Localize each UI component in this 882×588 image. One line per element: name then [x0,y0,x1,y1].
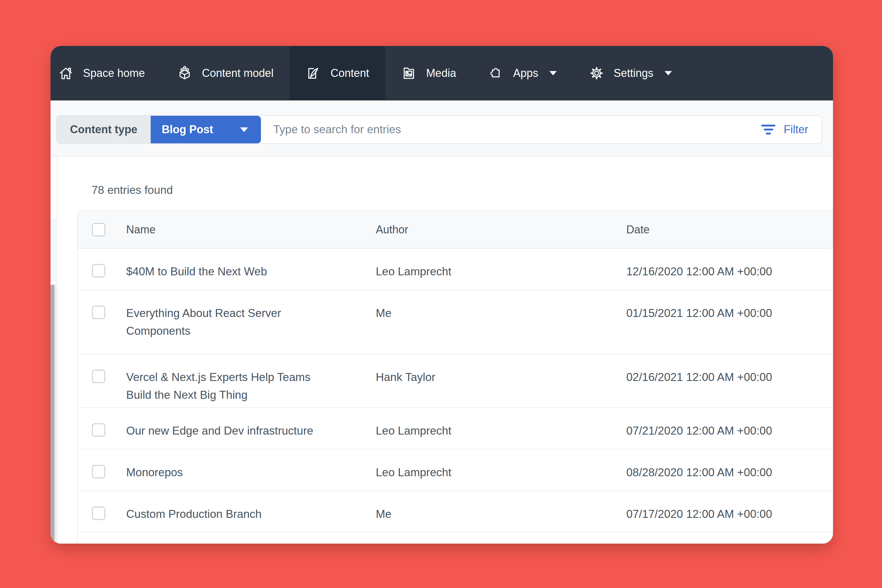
content-type-value: Blog Post [162,123,213,136]
top-nav: Space home Content model [51,46,833,100]
entry-name: Our new Edge and Dev infrastructure [126,422,338,440]
caret-down-icon [549,71,557,75]
table-row[interactable]: Custom Production Branch Me 07/17/2020 1… [78,491,833,532]
entry-name: Vercel & Next.js Experts Help Teams Buil… [126,368,338,404]
entry-name: $40M to Build the Next Web [126,263,338,280]
column-header-author: Author [376,211,408,248]
select-all-checkbox[interactable] [92,223,105,236]
row-checkbox[interactable] [92,465,105,478]
nav-item-label: Settings [614,67,654,80]
app-window: Space home Content model [51,46,833,544]
entry-date: 12/16/2020 12:00 AM +00:00 [626,263,772,280]
background-panel-edge [51,285,54,544]
background-panel-strip [51,219,57,281]
entry-name: Everything About React Server Components [126,304,338,340]
home-icon [58,65,74,81]
table-row[interactable]: Our new Edge and Dev infrastructure Leo … [78,408,833,450]
table-row[interactable]: Monorepos Leo Lamprecht 08/28/2020 12:00… [78,450,833,491]
nav-item-label: Content [330,67,369,80]
search-band: Content type Blog Post Filter [51,100,833,157]
table-row[interactable]: $40M to Build the Next Web Leo Lamprecht… [78,249,833,290]
nav-item-space-home[interactable]: Space home [51,46,161,100]
entry-name: Monorepos [126,464,338,482]
table-row[interactable]: Everything About React Server Components… [78,290,833,354]
entry-author: Leo Lamprecht [376,263,609,280]
nav-item-media[interactable]: Media [385,46,472,100]
content-type-label: Content type [57,116,151,143]
nav-item-apps[interactable]: Apps [472,46,572,100]
main-content: 78 entries found Name Author Date $40M t… [51,157,833,544]
nav-item-label: Media [426,67,456,80]
entry-date: 02/16/2021 12:00 AM +00:00 [626,368,772,386]
row-checkbox[interactable] [92,370,105,383]
entry-author: Me [376,506,609,523]
nav-item-settings[interactable]: Settings [573,46,688,100]
entry-author: Hank Taylor [376,368,609,386]
entry-author: Leo Lamprecht [376,422,609,440]
table-row[interactable]: Vercel & Next.js Experts Help Teams Buil… [78,354,833,408]
settings-icon [589,65,604,81]
entries-table: Name Author Date $40M to Build the Next … [77,210,833,544]
entry-date: 08/28/2020 12:00 AM +00:00 [626,464,772,482]
nav-item-content[interactable]: Content [290,46,385,100]
filter-icon [761,124,776,135]
apps-icon [488,65,504,81]
caret-down-icon [240,128,248,132]
table-header-row: Name Author Date [78,211,833,249]
nav-item-content-model[interactable]: Content model [161,46,290,100]
search-input[interactable] [273,123,761,136]
entry-author: Leo Lamprecht [376,464,609,482]
content-model-icon [177,65,193,81]
filter-button[interactable]: Filter [761,123,808,136]
column-header-date: Date [626,211,650,248]
content-icon [305,65,321,81]
media-icon [401,65,417,81]
nav-item-label: Space home [83,67,145,80]
search-bar: Content type Blog Post Filter [56,115,822,144]
entry-author: Me [376,304,609,322]
filter-label: Filter [784,123,808,136]
entry-date: 01/15/2021 12:00 AM +00:00 [626,304,772,322]
panel-divider [57,157,57,544]
entry-date: 07/21/2020 12:00 AM +00:00 [626,422,772,440]
content-type-select[interactable]: Blog Post [151,116,261,143]
entry-name: Custom Production Branch [126,506,338,523]
caret-down-icon [664,71,672,75]
column-header-name: Name [126,211,156,248]
row-checkbox[interactable] [92,423,105,437]
entries-count: 78 entries found [92,184,173,196]
desktop-background: Space home Content model [0,0,882,588]
nav-item-label: Apps [513,67,538,80]
row-checkbox[interactable] [92,264,105,278]
entry-date: 07/17/2020 12:00 AM +00:00 [626,506,772,523]
row-checkbox[interactable] [92,507,105,520]
row-checkbox[interactable] [92,306,105,319]
nav-item-label: Content model [202,67,273,80]
